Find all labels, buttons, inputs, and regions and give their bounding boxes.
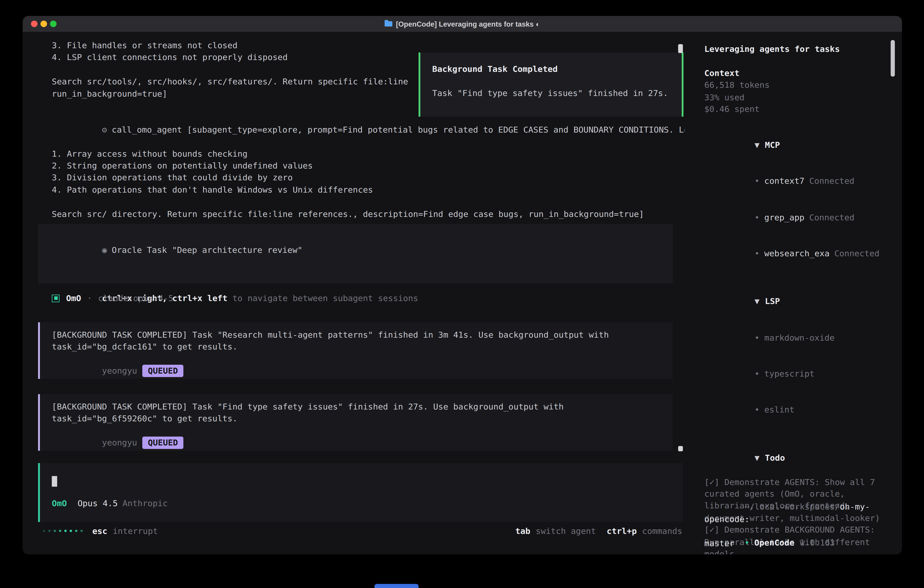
message-line: [BACKGROUND TASK COMPLETED] Task "Resear…	[52, 329, 661, 341]
context-spent: $0.46 spent	[705, 103, 893, 115]
chevron-down-icon: ▼	[755, 453, 760, 462]
esc-key-hint: esc	[92, 525, 107, 537]
todo-heading[interactable]: ▼Todo	[705, 440, 893, 476]
active-agent: OmO	[52, 497, 67, 509]
ctrlp-key-hint: ctrl+p	[607, 525, 637, 537]
background-task-message: [BACKGROUND TASK COMPLETED] Task "Find t…	[38, 394, 673, 451]
dock-indicator	[375, 584, 419, 588]
window-title: [OpenCode] Leveraging agents for tasks ◐	[385, 20, 540, 28]
sidebar-scrollbar-thumb[interactable]	[891, 40, 895, 77]
active-model: Opus 4.5	[78, 497, 118, 509]
message-author: yeongyu	[102, 438, 137, 447]
mcp-item: •context7Connected	[705, 163, 893, 200]
workspace-dir: ~/local-workspaces/	[744, 502, 840, 512]
bullet-icon: •	[755, 333, 760, 342]
tool-call-item: 4. Path operations that don't handle Win…	[52, 184, 681, 196]
oracle-hint-text: to navigate between subagent sessions	[228, 293, 418, 303]
chevron-down-icon: ▼	[755, 297, 760, 306]
session-title: Leveraging agents for tasks	[705, 43, 893, 55]
background-task-toast: Background Task Completed Task "Find typ…	[419, 53, 683, 117]
agent-name: OmO	[66, 292, 81, 304]
oracle-task-panel: ◉Oracle Task "Deep architecture review" …	[38, 224, 673, 284]
oracle-task-title-line: ◉Oracle Task "Deep architecture review"	[52, 232, 673, 268]
tool-call-item: 1. Array access without bounds checking	[52, 147, 681, 160]
desktop: [OpenCode] Leveraging agents for tasks ◐…	[0, 0, 924, 588]
window-title-text: [OpenCode] Leveraging agents for tasks ◐	[396, 20, 540, 28]
sidebar: Leveraging agents for tasks Context 66,5…	[685, 32, 902, 554]
chat-area: 3. File handles or streams not closed 4.…	[23, 32, 685, 554]
status-badge: QUEUED	[143, 365, 183, 377]
lsp-item: •typescript	[705, 356, 893, 392]
app-version: 1.0.163	[800, 538, 835, 548]
oracle-task-title: Oracle Task "Deep architecture review"	[112, 245, 303, 255]
bullet-icon: •	[755, 177, 760, 186]
tool-call-line: ⚙call_omo_agent [subagent_type=explore, …	[52, 112, 681, 148]
bullet-icon: •	[755, 249, 760, 258]
context-section: Context 66,518 tokens 33% used $0.46 spe…	[705, 67, 893, 115]
lsp-heading[interactable]: ▼LSP	[705, 284, 893, 320]
status-bar: esc interrupt tab switch agent ctrl+p co…	[43, 525, 682, 537]
agent-model: claude-opus-4-5	[98, 292, 173, 304]
terminal-window: [OpenCode] Leveraging agents for tasks ◐…	[23, 16, 902, 554]
ctrlp-key-label: commands	[642, 525, 682, 537]
lsp-item: •markdown-oxide	[705, 319, 893, 356]
message-line: [BACKGROUND TASK COMPLETED] Task "Find t…	[52, 401, 661, 413]
bullet-icon: •	[755, 213, 760, 222]
tool-call-text: call_omo_agent [subagent_type=explore, p…	[112, 125, 719, 134]
context-tokens: 66,518 tokens	[705, 79, 893, 91]
lsp-section: ▼LSP •markdown-oxide •typescript •eslint	[705, 284, 893, 428]
toast-title: Background Task Completed	[432, 63, 670, 75]
app-version-footer: •OpenCode1.0.163	[705, 525, 835, 555]
scrollback-line: 3. File handles or streams not closed	[52, 40, 681, 51]
tool-call-tail: Search src/ directory. Return specific f…	[52, 208, 681, 220]
model-provider: Anthropic	[122, 497, 168, 509]
tool-call-item: 2. String operations on potentially unde…	[52, 160, 681, 172]
status-bar-right: tab switch agent ctrl+p commands	[515, 525, 682, 537]
message-meta: yeongyuQUEUED	[52, 353, 661, 389]
traffic-lights	[31, 16, 57, 32]
separator-dot: ·	[87, 292, 92, 304]
folder-icon	[385, 21, 393, 26]
app-name: OpenCode	[754, 538, 794, 548]
agent-header: OmO · claude-opus-4-5	[52, 292, 173, 304]
bullet-icon: •	[755, 369, 760, 378]
fisheye-icon: ◉	[102, 245, 107, 255]
chevron-down-icon: ▼	[755, 140, 760, 150]
prompt-input[interactable]: OmO Opus 4.5 Anthropic	[38, 463, 683, 522]
mcp-item: •grep_appConnected	[705, 199, 893, 235]
esc-key-label: interrupt	[113, 525, 158, 537]
message-line: task_id="bg_dcfac161" to get results.	[52, 341, 661, 353]
zoom-button[interactable]	[50, 21, 57, 27]
tab-key-label: switch agent	[536, 525, 596, 537]
text-cursor	[52, 476, 57, 487]
chat-scrollbar-thumb[interactable]	[678, 446, 683, 451]
bullet-icon: •	[744, 538, 749, 548]
minimize-button[interactable]	[40, 21, 47, 27]
bullet-icon: •	[755, 405, 760, 414]
mcp-item: •websearch_exaConnected	[705, 235, 893, 271]
close-button[interactable]	[31, 21, 38, 27]
tool-call-item: 3. Division operations that could divide…	[52, 172, 681, 184]
chat-scrollbar-thumb[interactable]	[678, 44, 683, 53]
mcp-heading[interactable]: ▼MCP	[705, 127, 893, 163]
mcp-section: ▼MCP •context7Connected •grep_appConnect…	[705, 127, 893, 271]
toast-body: Task "Find type safety issues" finished …	[432, 87, 670, 99]
model-row: OmO Opus 4.5 Anthropic	[52, 497, 671, 509]
status-badge: QUEUED	[143, 437, 183, 449]
lsp-item: •eslint	[705, 391, 893, 428]
message-author: yeongyu	[102, 366, 137, 375]
titlebar[interactable]: [OpenCode] Leveraging agents for tasks ◐	[23, 16, 902, 32]
gear-icon: ⚙	[102, 125, 107, 134]
message-line: task_id="bg_6f59260c" to get results.	[52, 413, 661, 425]
background-task-message: [BACKGROUND TASK COMPLETED] Task "Resear…	[38, 322, 673, 379]
spinner-dots-icon	[43, 530, 83, 532]
tab-key-hint: tab	[515, 525, 530, 537]
message-meta: yeongyuQUEUED	[52, 425, 661, 461]
context-used: 33% used	[705, 91, 893, 103]
omo-agent-icon	[52, 294, 59, 302]
context-heading: Context	[705, 67, 893, 79]
